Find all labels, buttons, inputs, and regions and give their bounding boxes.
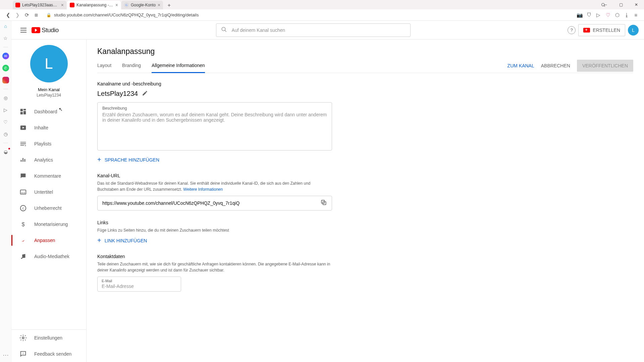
browser-tab-2[interactable]: G Google-Konto × bbox=[121, 1, 163, 9]
tab-title: Google-Konto bbox=[131, 3, 156, 7]
browser-titlebar: LetsPlay1923aasadas - You × Kanalanpassu… bbox=[0, 0, 644, 9]
close-icon[interactable]: × bbox=[115, 2, 118, 8]
browser-tab-0[interactable]: LetsPlay1923aasadas - You × bbox=[13, 1, 66, 9]
youtube-favicon bbox=[70, 3, 74, 7]
close-icon[interactable]: × bbox=[158, 2, 160, 8]
back-button[interactable]: ❮ bbox=[3, 10, 13, 20]
url-text: studio.youtube.com/channel/UCocN6zQPHQZ_… bbox=[54, 12, 199, 17]
easy-setup-icon[interactable]: ≡ bbox=[631, 10, 641, 20]
snapshot-icon[interactable]: 📷 bbox=[575, 10, 584, 20]
browser-toolbar: ❮ ❯ ⟳ ⊞ 🔒 studio.youtube.com/channel/UCo… bbox=[0, 9, 644, 21]
close-icon[interactable]: × bbox=[61, 2, 64, 8]
tab-title: Kanalanpassung - YouTube bbox=[76, 3, 113, 7]
cube-icon[interactable]: ⬡ bbox=[612, 10, 622, 20]
maximize-button[interactable]: ▢ bbox=[613, 0, 629, 9]
shield-icon[interactable]: ⛉ bbox=[584, 10, 594, 20]
close-window-button[interactable]: ✕ bbox=[629, 0, 644, 9]
heart-icon[interactable]: ♡ bbox=[603, 10, 612, 20]
tab-title: LetsPlay1923aasadas - You bbox=[22, 3, 59, 7]
new-tab-button[interactable]: + bbox=[165, 1, 173, 9]
minimize-button[interactable]: ─ bbox=[598, 0, 613, 9]
window-controls: ─ ▢ ✕ bbox=[598, 0, 644, 9]
youtube-favicon bbox=[15, 3, 20, 7]
lock-icon: 🔒 bbox=[46, 13, 51, 17]
reload-button[interactable]: ⟳ bbox=[22, 10, 32, 20]
forward-button[interactable]: ❯ bbox=[13, 10, 22, 20]
browser-tab-1[interactable]: Kanalanpassung - YouTube × bbox=[67, 1, 121, 9]
play-icon[interactable]: ▷ bbox=[594, 10, 603, 20]
speed-dial-button[interactable]: ⊞ bbox=[32, 10, 41, 20]
address-bar[interactable]: 🔒 studio.youtube.com/channel/UCocN6zQPHQ… bbox=[44, 10, 572, 20]
download-icon[interactable]: ⭳ bbox=[622, 10, 631, 20]
google-favicon: G bbox=[124, 3, 129, 7]
